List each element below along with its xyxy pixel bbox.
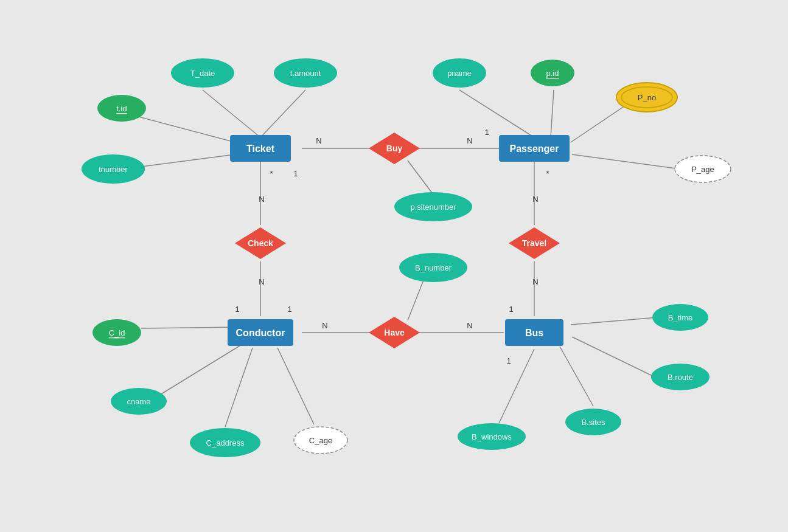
- card-check-conductor-n: N: [259, 277, 264, 286]
- card-travel-bus-n: N: [532, 277, 538, 286]
- card-bus-have-1: 1: [506, 356, 511, 365]
- card-ticket-check-star: *: [270, 169, 273, 178]
- attr-pname-label: pname: [447, 69, 472, 78]
- entity-bus-label: Bus: [525, 328, 543, 338]
- attr-p-sitenumber-label: p.sitenumber: [410, 202, 456, 212]
- card-bus-travel-1: 1: [509, 305, 513, 314]
- attr-cname-label: cname: [127, 397, 150, 406]
- attr-c-age-label: C_age: [309, 436, 332, 445]
- card-conductor-check-1: 1: [235, 305, 239, 314]
- entity-ticket-label: Ticket: [246, 143, 275, 154]
- entity-conductor-label: Conductor: [236, 328, 285, 338]
- attr-t-date-label: T_date: [190, 69, 215, 78]
- attr-b-time-label: B_time: [668, 313, 692, 322]
- attr-p-no-label: P_no: [638, 93, 656, 102]
- card-passenger-travel-star: *: [546, 169, 549, 178]
- entity-passenger-label: Passenger: [510, 143, 559, 154]
- attr-b-route-label: B.route: [668, 373, 693, 382]
- attr-c-address-label: C_address: [206, 438, 245, 447]
- card-conductor-have-n: N: [322, 321, 327, 330]
- attr-b-sites-label: B.sites: [581, 418, 605, 427]
- card-check-ticket-1: 1: [293, 169, 298, 178]
- svg-rect-0: [0, 0, 788, 532]
- attr-tnumber-label: tnumber: [99, 165, 128, 174]
- card-passenger-travel-n: N: [532, 195, 538, 204]
- card-passenger-buy-1: 1: [484, 128, 489, 137]
- relation-buy-label: Buy: [386, 143, 403, 153]
- relation-have-label: Have: [384, 328, 405, 337]
- card-buy-passenger-n: N: [467, 136, 472, 145]
- attr-t-amount-label: t.amount: [290, 69, 321, 78]
- attr-c-id-label: C_id: [109, 328, 125, 337]
- card-conductor-have-1: 1: [287, 305, 291, 314]
- attr-p-age-label: P_age: [691, 165, 714, 174]
- card-ticket-buy-n: N: [316, 136, 321, 145]
- card-have-bus-n: N: [467, 321, 472, 330]
- relation-travel-label: Travel: [522, 238, 546, 248]
- er-diagram: Ticket Passenger Conductor Bus Buy Check…: [0, 0, 788, 532]
- relation-check-label: Check: [248, 238, 273, 248]
- card-ticket-check-n: N: [259, 195, 264, 204]
- attr-p-id-label: p.id: [546, 69, 559, 78]
- attr-b-windows-label: B_windows: [472, 432, 512, 441]
- attr-t-id-label: t.id: [116, 104, 127, 113]
- attr-b-number-label: B_number: [415, 263, 452, 272]
